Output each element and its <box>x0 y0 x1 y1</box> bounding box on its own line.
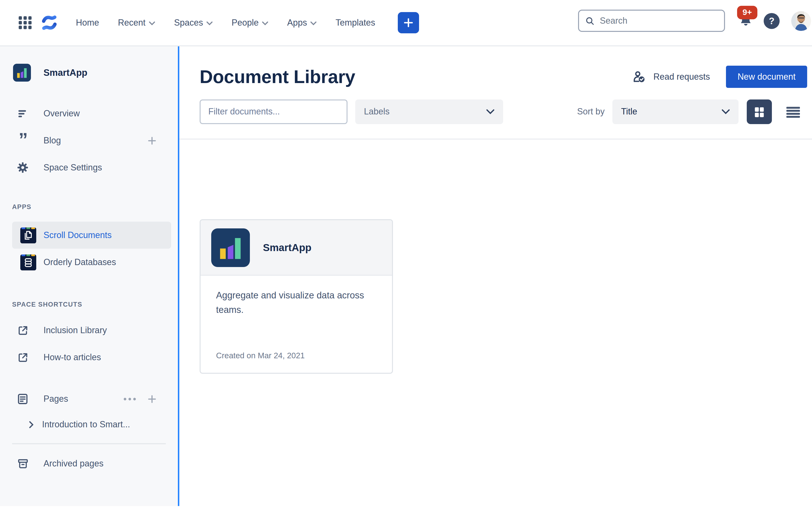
sidebar-item-howto-articles[interactable]: How-to articles <box>0 344 178 371</box>
list-view-toggle[interactable] <box>786 106 800 118</box>
ellipsis-icon <box>123 397 136 400</box>
sidebar-divider <box>12 443 166 444</box>
chevron-down-icon <box>149 21 155 25</box>
nav-item-label: Apps <box>287 18 307 28</box>
notification-badge: 9+ <box>737 6 757 19</box>
pages-more-button[interactable] <box>123 397 136 400</box>
add-page-button[interactable] <box>147 394 157 404</box>
search-input[interactable] <box>600 16 718 26</box>
chevron-down-icon <box>310 21 317 25</box>
blog-quote-icon: ” <box>16 135 30 146</box>
pages-icon <box>16 393 30 405</box>
document-card-created-date: Created on Mar 24, 2021 <box>216 351 305 360</box>
sidebar-item-label: Orderly Databases <box>44 257 116 267</box>
top-navigation: Home Recent Spaces People Apps Templates… <box>0 0 812 46</box>
overview-icon <box>16 107 30 119</box>
grid-view-icon <box>753 106 766 118</box>
document-app-icon <box>211 228 250 267</box>
sidebar-item-overview[interactable]: Overview <box>0 100 178 127</box>
topnav-left: Home Recent Spaces People Apps Templates <box>0 12 419 33</box>
primary-nav: Home Recent Spaces People Apps Templates <box>76 18 375 28</box>
nav-item-home[interactable]: Home <box>76 18 99 28</box>
gear-icon <box>16 161 30 174</box>
plus-icon <box>147 394 157 404</box>
plus-icon <box>403 17 414 28</box>
user-avatar[interactable] <box>791 11 811 31</box>
nav-item-label: Spaces <box>174 18 203 28</box>
new-document-button[interactable]: New document <box>726 66 807 88</box>
create-button[interactable] <box>398 12 419 33</box>
sidebar-item-label: Pages <box>44 394 68 404</box>
chevron-down-icon <box>486 109 495 114</box>
list-view-icon <box>786 106 800 118</box>
page-tree-item-label: Introduction to Smart... <box>42 419 130 430</box>
sidebar-item-space-settings[interactable]: Space Settings <box>0 154 178 181</box>
apps-section-title: APPS <box>12 203 178 211</box>
confluence-logo-icon[interactable] <box>41 14 57 32</box>
external-link-icon <box>16 324 30 336</box>
page-title: Document Library <box>200 66 355 87</box>
nav-item-label: Home <box>76 18 99 28</box>
sidebar-item-orderly-databases[interactable]: Orderly Databases <box>12 249 171 276</box>
nav-item-recent[interactable]: Recent <box>118 18 155 28</box>
sidebar-item-blog[interactable]: ” Blog <box>0 127 178 154</box>
main-content: Document Library Read requests New docum… <box>179 46 812 506</box>
plus-icon <box>147 135 157 146</box>
space-name: SmartApp <box>44 67 88 78</box>
document-card[interactable]: SmartApp Aggregate and visualize data ac… <box>200 219 393 374</box>
document-card-title: SmartApp <box>263 242 311 253</box>
read-requests-label: Read requests <box>654 72 710 82</box>
document-card-header: SmartApp <box>201 220 392 276</box>
chevron-down-icon <box>722 109 730 114</box>
sidebar-item-inclusion-library[interactable]: Inclusion Library <box>0 317 178 344</box>
sidebar-item-pages[interactable]: Pages <box>0 385 178 412</box>
nav-item-people[interactable]: People <box>232 18 268 28</box>
sidebar-item-archived-pages[interactable]: Archived pages <box>0 450 178 477</box>
chevron-down-icon <box>262 21 268 25</box>
sidebar-item-label: Blog <box>44 135 61 146</box>
nav-item-templates[interactable]: Templates <box>336 18 375 28</box>
nav-item-apps[interactable]: Apps <box>287 18 317 28</box>
space-header[interactable]: SmartApp <box>13 64 178 81</box>
sort-select[interactable]: Title <box>612 100 739 124</box>
sidebar-item-scroll-documents[interactable]: Scroll Documents <box>12 222 171 249</box>
notifications-button[interactable]: 9+ <box>735 6 759 30</box>
add-blog-button[interactable] <box>147 135 157 146</box>
chevron-down-icon <box>206 21 213 25</box>
sidebar-item-label: How-to articles <box>44 352 101 362</box>
search-box <box>578 10 725 32</box>
read-requests-icon <box>632 69 647 84</box>
chevron-right-icon[interactable] <box>29 421 34 428</box>
avatar-photo <box>791 11 811 31</box>
nav-item-spaces[interactable]: Spaces <box>174 18 213 28</box>
page-header: Document Library Read requests New docum… <box>200 66 807 88</box>
filter-toolbar: Labels Sort by Title <box>200 100 800 124</box>
sidebar-item-label: Scroll Documents <box>44 230 112 240</box>
sort-select-value: Title <box>621 107 637 117</box>
question-mark-icon: ? <box>769 16 774 26</box>
filter-documents-input[interactable] <box>200 100 348 124</box>
nav-item-label: Recent <box>118 18 146 28</box>
labels-filter-value: Labels <box>364 107 390 117</box>
sidebar: SmartApp Overview ” Blog <box>0 46 179 506</box>
sidebar-item-label: Space Settings <box>44 163 102 173</box>
labels-filter-select[interactable]: Labels <box>355 100 503 124</box>
page-actions: Read requests New document <box>632 66 807 88</box>
archive-icon <box>16 457 30 469</box>
toolbar-divider <box>179 138 812 139</box>
scroll-documents-app-icon <box>20 227 36 243</box>
app-shell: SmartApp Overview ” Blog <box>0 46 812 506</box>
sidebar-item-label: Inclusion Library <box>44 325 107 335</box>
grid-view-toggle[interactable] <box>747 100 772 124</box>
page-tree-item-introduction[interactable]: Introduction to Smart... <box>0 412 178 437</box>
read-requests-button[interactable]: Read requests <box>632 69 710 84</box>
sort-by-label: Sort by <box>577 107 605 117</box>
external-link-icon <box>16 351 30 363</box>
nav-item-label: Templates <box>336 18 375 28</box>
shortcuts-section-title: SPACE SHORTCUTS <box>12 301 178 308</box>
help-button[interactable]: ? <box>764 13 779 29</box>
sidebar-main-items: Overview ” Blog <box>0 100 178 181</box>
orderly-databases-app-icon <box>20 254 36 270</box>
app-switcher-icon[interactable] <box>17 15 33 31</box>
search-icon <box>585 16 595 26</box>
